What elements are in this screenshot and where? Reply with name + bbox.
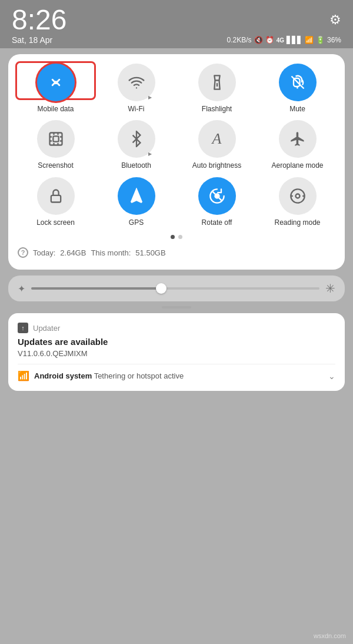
notif-header: ↑ Updater (18, 323, 335, 333)
mobile-data-label: Mobile data (37, 105, 74, 113)
tile-mute[interactable]: Mute (259, 64, 335, 113)
quick-settings-panel: Mobile data ▶ Wi-Fi Flashlight (8, 54, 345, 270)
tile-aeroplane[interactable]: Aeroplane mode (259, 120, 335, 170)
notif-body: V11.0.6.0.QEJMIXM (18, 349, 335, 358)
signal-icon: ▋▋▋ (287, 36, 302, 44)
month-label: This month: (91, 248, 131, 257)
wifi-icon: 📶 (305, 36, 314, 44)
rotate-off-label: Rotate off (202, 218, 232, 227)
tile-wifi[interactable]: ▶ Wi-Fi (98, 64, 174, 113)
4g-icon: 4G (277, 37, 284, 44)
svg-point-8 (295, 194, 299, 198)
reading-mode-tile-icon (279, 177, 317, 215)
dot-1 (171, 235, 175, 239)
screenshot-label: Screenshot (38, 161, 74, 170)
brightness-thumb[interactable] (156, 283, 166, 294)
tile-lock-screen[interactable]: Lock screen (18, 177, 94, 227)
auto-brightness-tile-icon: A (198, 120, 236, 158)
notif-divider (18, 364, 335, 364)
month-value: 51.50GB (135, 248, 165, 257)
wifi-secondary-icon: 📶 (18, 370, 29, 381)
date-label: Sat, 18 Apr (12, 35, 52, 45)
tile-rotate-off[interactable]: Rotate off (179, 177, 255, 227)
chevron-down-icon[interactable]: ⌄ (328, 371, 335, 381)
status-bar: 8:26 ⚙ Sat, 18 Apr 0.2KB/s 🔇 ⏰ 4G ▋▋▋ 📶 … (0, 0, 353, 48)
brightness-high-icon: ✳ (325, 281, 335, 296)
mute-icon: 🔇 (254, 36, 263, 44)
battery-percent: 36% (327, 36, 341, 44)
drag-handle (162, 306, 191, 308)
alarm-icon: ⏰ (265, 36, 274, 44)
clock: 8:26 (12, 6, 66, 34)
speed-indicator: 0.2KB/s (227, 36, 252, 44)
svg-rect-4 (51, 195, 60, 203)
brightness-fill (31, 287, 161, 290)
tile-bluetooth[interactable]: ▶ Bluetooth (98, 120, 174, 170)
settings-icon[interactable]: ⚙ (329, 12, 341, 28)
gps-tile-icon (118, 177, 155, 215)
pagination-dots (18, 235, 335, 239)
notification-card[interactable]: ↑ Updater Updates are available V11.0.6.… (8, 313, 345, 391)
flashlight-label: Flashlight (202, 105, 232, 113)
reading-mode-label: Reading mode (274, 218, 320, 227)
rotate-tile-icon (198, 177, 236, 215)
bluetooth-label: Bluetooth (121, 161, 151, 170)
aeroplane-tile-icon (279, 120, 317, 158)
aeroplane-label: Aeroplane mode (271, 161, 323, 170)
notif-secondary-text: Android system Tethering or hotspot acti… (34, 371, 184, 380)
brightness-slider-container: ✦ ✳ (8, 275, 345, 301)
tile-mobile-data[interactable]: Mobile data (18, 64, 94, 113)
brightness-track[interactable] (31, 287, 319, 290)
status-icons: 0.2KB/s 🔇 ⏰ 4G ▋▋▋ 📶 🔋 36% (227, 36, 341, 44)
bluetooth-tile-icon: ▶ (118, 120, 155, 158)
tile-screenshot[interactable]: Screenshot (18, 120, 94, 170)
data-usage: ? Today: 2.64GB This month: 51.50GB (18, 245, 335, 260)
flashlight-tile-icon (198, 64, 236, 101)
brightness-low-icon: ✦ (18, 283, 25, 294)
today-label: Today: (33, 248, 55, 257)
mute-label: Mute (289, 105, 305, 113)
battery-icon: 🔋 (316, 36, 325, 44)
wifi-tile-icon: ▶ (118, 64, 155, 101)
lock-screen-label: Lock screen (36, 218, 75, 227)
notif-app-name: Updater (33, 324, 60, 333)
watermark: wsxdn.com (314, 632, 346, 639)
tile-reading-mode[interactable]: Reading mode (259, 177, 335, 227)
gps-label: GPS (129, 218, 144, 227)
notif-title: Updates are available (18, 337, 335, 347)
screenshot-tile-icon (37, 120, 75, 158)
today-value: 2.64GB (60, 248, 86, 257)
mobile-data-icon (37, 64, 75, 101)
tile-flashlight[interactable]: Flashlight (179, 64, 255, 113)
tile-auto-brightness[interactable]: A Auto brightness (179, 120, 255, 170)
svg-rect-3 (53, 137, 58, 142)
notif-secondary: 📶 Android system Tethering or hotspot ac… (18, 370, 335, 381)
mute-tile-icon (279, 64, 317, 101)
svg-rect-2 (49, 133, 62, 145)
wifi-label: Wi-Fi (128, 105, 145, 113)
wifi-arrow-icon: ▶ (148, 95, 152, 100)
dot-2 (178, 235, 182, 239)
data-usage-help-icon[interactable]: ? (18, 247, 28, 258)
updater-app-icon: ↑ (18, 323, 28, 333)
bluetooth-arrow-icon: ▶ (148, 151, 152, 157)
lock-tile-icon (37, 177, 75, 215)
auto-brightness-label: Auto brightness (192, 161, 241, 170)
tile-gps[interactable]: GPS (98, 177, 174, 227)
tiles-grid: Mobile data ▶ Wi-Fi Flashlight (18, 64, 335, 227)
